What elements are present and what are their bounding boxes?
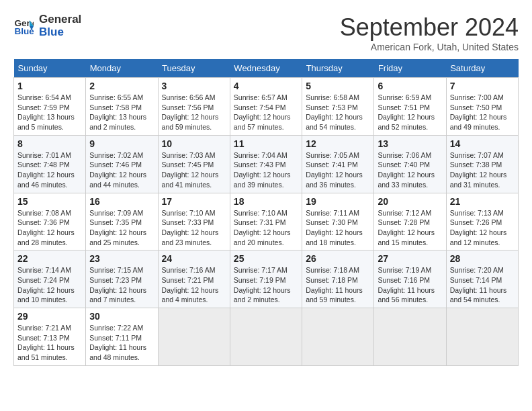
day-info: Sunrise: 7:14 AMSunset: 7:24 PMDaylight:… xyxy=(17,265,82,305)
calendar-cell: 4 Sunrise: 6:57 AMSunset: 7:54 PMDayligh… xyxy=(230,78,302,136)
calendar-cell: 26 Sunrise: 7:18 AMSunset: 7:18 PMDaylig… xyxy=(302,250,374,308)
day-info: Sunrise: 7:07 AMSunset: 7:38 PMDaylight:… xyxy=(450,150,515,190)
calendar-cell xyxy=(230,308,302,366)
calendar-cell: 30 Sunrise: 7:22 AMSunset: 7:11 PMDaylig… xyxy=(86,308,158,366)
day-number: 17 xyxy=(162,196,226,207)
day-info: Sunrise: 7:15 AMSunset: 7:23 PMDaylight:… xyxy=(89,265,154,305)
page-header: General Blue General Blue September 2024… xyxy=(13,13,519,52)
day-info: Sunrise: 7:18 AMSunset: 7:18 PMDaylight:… xyxy=(306,265,370,305)
calendar-cell: 15 Sunrise: 7:08 AMSunset: 7:36 PMDaylig… xyxy=(14,193,86,250)
calendar-cell: 6 Sunrise: 6:59 AMSunset: 7:51 PMDayligh… xyxy=(374,78,446,136)
day-info: Sunrise: 7:10 AMSunset: 7:33 PMDaylight:… xyxy=(162,208,226,248)
week-row-1: 1 Sunrise: 6:54 AMSunset: 7:59 PMDayligh… xyxy=(14,78,519,136)
calendar-cell: 2 Sunrise: 6:55 AMSunset: 7:58 PMDayligh… xyxy=(86,78,158,136)
week-row-5: 29 Sunrise: 7:21 AMSunset: 7:13 PMDaylig… xyxy=(14,308,519,366)
day-number: 1 xyxy=(17,81,82,91)
calendar-cell: 17 Sunrise: 7:10 AMSunset: 7:33 PMDaylig… xyxy=(158,193,230,250)
calendar-cell: 7 Sunrise: 7:00 AMSunset: 7:50 PMDayligh… xyxy=(446,78,518,136)
day-info: Sunrise: 6:55 AMSunset: 7:58 PMDaylight:… xyxy=(89,93,154,132)
header-tuesday: Tuesday xyxy=(158,59,230,78)
calendar-cell: 29 Sunrise: 7:21 AMSunset: 7:13 PMDaylig… xyxy=(14,308,86,366)
logo-icon: General Blue xyxy=(13,16,34,36)
calendar-cell: 23 Sunrise: 7:15 AMSunset: 7:23 PMDaylig… xyxy=(86,250,158,308)
day-info: Sunrise: 6:57 AMSunset: 7:54 PMDaylight:… xyxy=(234,93,298,132)
day-info: Sunrise: 7:10 AMSunset: 7:31 PMDaylight:… xyxy=(234,208,298,248)
day-number: 9 xyxy=(89,138,154,149)
day-number: 15 xyxy=(17,196,82,207)
day-info: Sunrise: 6:56 AMSunset: 7:56 PMDaylight:… xyxy=(162,93,226,132)
day-info: Sunrise: 7:16 AMSunset: 7:21 PMDaylight:… xyxy=(162,265,226,305)
day-info: Sunrise: 6:58 AMSunset: 7:53 PMDaylight:… xyxy=(306,93,370,132)
day-number: 2 xyxy=(89,81,154,91)
day-info: Sunrise: 7:05 AMSunset: 7:41 PMDaylight:… xyxy=(306,150,370,190)
calendar-cell: 10 Sunrise: 7:03 AMSunset: 7:45 PMDaylig… xyxy=(158,135,230,193)
location: American Fork, Utah, United States xyxy=(340,42,519,52)
header-thursday: Thursday xyxy=(302,59,374,78)
day-info: Sunrise: 7:03 AMSunset: 7:45 PMDaylight:… xyxy=(162,150,226,190)
header-row: SundayMondayTuesdayWednesdayThursdayFrid… xyxy=(14,59,519,78)
day-number: 24 xyxy=(162,253,226,264)
day-number: 7 xyxy=(450,81,515,91)
day-number: 30 xyxy=(89,311,154,322)
logo: General Blue General Blue xyxy=(13,13,81,38)
header-wednesday: Wednesday xyxy=(230,59,302,78)
week-row-2: 8 Sunrise: 7:01 AMSunset: 7:48 PMDayligh… xyxy=(14,135,519,193)
day-number: 11 xyxy=(234,138,298,149)
calendar-cell: 22 Sunrise: 7:14 AMSunset: 7:24 PMDaylig… xyxy=(14,250,86,308)
calendar-cell: 28 Sunrise: 7:20 AMSunset: 7:14 PMDaylig… xyxy=(446,250,518,308)
week-row-4: 22 Sunrise: 7:14 AMSunset: 7:24 PMDaylig… xyxy=(14,250,519,308)
day-number: 10 xyxy=(162,138,226,149)
calendar-cell: 24 Sunrise: 7:16 AMSunset: 7:21 PMDaylig… xyxy=(158,250,230,308)
week-row-3: 15 Sunrise: 7:08 AMSunset: 7:36 PMDaylig… xyxy=(14,193,519,250)
header-saturday: Saturday xyxy=(446,59,518,78)
header-sunday: Sunday xyxy=(14,59,86,78)
calendar-cell xyxy=(446,308,518,366)
day-number: 18 xyxy=(234,196,298,207)
calendar-cell xyxy=(374,308,446,366)
day-number: 19 xyxy=(306,196,370,207)
calendar-cell: 21 Sunrise: 7:13 AMSunset: 7:26 PMDaylig… xyxy=(446,193,518,250)
day-number: 16 xyxy=(89,196,154,207)
day-info: Sunrise: 7:01 AMSunset: 7:48 PMDaylight:… xyxy=(17,150,82,190)
day-number: 5 xyxy=(306,81,370,91)
day-info: Sunrise: 7:13 AMSunset: 7:26 PMDaylight:… xyxy=(450,208,515,248)
logo-general: General xyxy=(39,13,81,26)
day-info: Sunrise: 7:02 AMSunset: 7:46 PMDaylight:… xyxy=(89,150,154,190)
logo-blue: Blue xyxy=(39,26,81,39)
header-monday: Monday xyxy=(86,59,158,78)
day-number: 27 xyxy=(378,253,442,264)
day-info: Sunrise: 7:04 AMSunset: 7:43 PMDaylight:… xyxy=(234,150,298,190)
day-number: 23 xyxy=(89,253,154,264)
day-info: Sunrise: 7:08 AMSunset: 7:36 PMDaylight:… xyxy=(17,208,82,248)
calendar-cell: 18 Sunrise: 7:10 AMSunset: 7:31 PMDaylig… xyxy=(230,193,302,250)
calendar-cell: 1 Sunrise: 6:54 AMSunset: 7:59 PMDayligh… xyxy=(14,78,86,136)
month-title: September 2024 xyxy=(340,13,519,42)
day-info: Sunrise: 7:06 AMSunset: 7:40 PMDaylight:… xyxy=(378,150,442,190)
day-info: Sunrise: 6:59 AMSunset: 7:51 PMDaylight:… xyxy=(378,93,442,132)
day-info: Sunrise: 7:19 AMSunset: 7:16 PMDaylight:… xyxy=(378,265,442,305)
calendar-body: 1 Sunrise: 6:54 AMSunset: 7:59 PMDayligh… xyxy=(14,78,519,366)
day-number: 3 xyxy=(162,81,226,91)
day-info: Sunrise: 6:54 AMSunset: 7:59 PMDaylight:… xyxy=(17,93,82,132)
day-number: 26 xyxy=(306,253,370,264)
day-info: Sunrise: 7:21 AMSunset: 7:13 PMDaylight:… xyxy=(17,323,82,363)
calendar-cell: 11 Sunrise: 7:04 AMSunset: 7:43 PMDaylig… xyxy=(230,135,302,193)
day-info: Sunrise: 7:17 AMSunset: 7:19 PMDaylight:… xyxy=(234,265,298,305)
calendar-cell: 27 Sunrise: 7:19 AMSunset: 7:16 PMDaylig… xyxy=(374,250,446,308)
calendar-cell: 14 Sunrise: 7:07 AMSunset: 7:38 PMDaylig… xyxy=(446,135,518,193)
calendar-cell: 9 Sunrise: 7:02 AMSunset: 7:46 PMDayligh… xyxy=(86,135,158,193)
title-section: September 2024 American Fork, Utah, Unit… xyxy=(340,13,519,52)
day-info: Sunrise: 7:11 AMSunset: 7:30 PMDaylight:… xyxy=(306,208,370,248)
day-number: 4 xyxy=(234,81,298,91)
calendar-cell: 19 Sunrise: 7:11 AMSunset: 7:30 PMDaylig… xyxy=(302,193,374,250)
day-info: Sunrise: 7:12 AMSunset: 7:28 PMDaylight:… xyxy=(378,208,442,248)
calendar-cell xyxy=(158,308,230,366)
day-number: 25 xyxy=(234,253,298,264)
day-info: Sunrise: 7:00 AMSunset: 7:50 PMDaylight:… xyxy=(450,93,515,132)
day-info: Sunrise: 7:22 AMSunset: 7:11 PMDaylight:… xyxy=(89,323,154,363)
calendar-cell: 3 Sunrise: 6:56 AMSunset: 7:56 PMDayligh… xyxy=(158,78,230,136)
day-number: 20 xyxy=(378,196,442,207)
day-number: 21 xyxy=(450,196,515,207)
day-number: 14 xyxy=(450,138,515,149)
calendar-cell xyxy=(302,308,374,366)
